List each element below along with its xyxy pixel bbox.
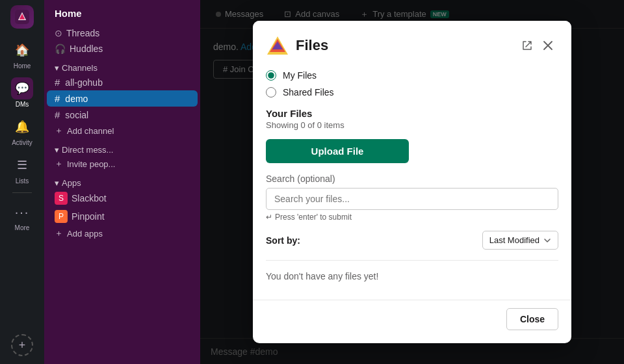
rail-divider	[12, 192, 32, 193]
channels-label: Channels	[62, 63, 98, 73]
modal-overlay: Files My Files	[200, 0, 624, 364]
threads-icon: ⊙	[55, 28, 62, 38]
add-apps-button[interactable]: ＋ Add apps	[47, 226, 198, 241]
hash-icon-social: #	[55, 109, 60, 120]
lists-icon: ☰	[11, 154, 33, 176]
close-modal-button[interactable]	[538, 35, 558, 56]
modal-header: Files	[253, 21, 571, 65]
file-type-radio-group: My Files Shared Files	[266, 70, 558, 98]
rail-item-lists[interactable]: ☰ Lists	[0, 151, 44, 187]
dm-label: Direct mess...	[62, 145, 113, 155]
modal-body: My Files Shared Files Your Files Showing…	[253, 65, 571, 300]
channel-name-all-gohub: all-gohub	[65, 77, 103, 88]
sidebar-item-slackbot[interactable]: S Slackbot	[47, 189, 198, 207]
sidebar-threads-section: ⊙ Threads 🎧 Huddles	[44, 24, 200, 58]
huddles-icon: 🎧	[55, 44, 66, 54]
plus-icon-invite: ＋	[55, 158, 63, 170]
apps-section-header[interactable]: ▾ Apps	[47, 174, 198, 189]
hash-icon-demo: #	[55, 93, 60, 104]
rail-activity-label: Activity	[12, 139, 32, 146]
rail-more-label: More	[15, 224, 30, 231]
search-hint: ↵ Press 'enter' to submit	[266, 213, 558, 222]
empty-state: You don't have any files yet!	[266, 260, 558, 287]
search-bold-label: Search	[266, 174, 297, 184]
plus-icon: ＋	[55, 125, 63, 136]
sidebar-channels-section: ▾ Channels # all-gohub # demo # social ＋…	[44, 58, 200, 140]
rail-item-activity[interactable]: 🔔 Activity	[0, 113, 44, 149]
search-optional: (optional)	[297, 174, 335, 184]
channels-section-header[interactable]: ▾ Channels	[47, 59, 198, 74]
activity-icon: 🔔	[11, 116, 33, 138]
modal-title: Files	[296, 37, 517, 54]
sort-by-label: Sort by:	[266, 235, 300, 246]
slackbot-icon: S	[55, 192, 68, 205]
rail-dms-label: DMs	[16, 101, 29, 108]
sidebar-item-threads[interactable]: ⊙ Threads	[47, 25, 198, 41]
add-channel-button[interactable]: ＋ Add channel	[47, 123, 198, 138]
main-area: Messages ⊡ Add canvas ＋ Try a template N…	[200, 0, 624, 364]
sort-select[interactable]: Last Modified	[482, 231, 558, 250]
empty-state-text: You don't have any files yet!	[266, 271, 378, 281]
my-files-label: My Files	[283, 70, 317, 81]
pinpoint-icon: P	[55, 210, 68, 223]
rail-lists-label: Lists	[16, 177, 29, 185]
sidebar-item-pinpoint[interactable]: P Pinpoint	[47, 207, 198, 226]
channel-name-demo: demo	[65, 94, 88, 104]
slackbot-label: Slackbot	[72, 193, 107, 203]
app-logo	[10, 5, 34, 29]
sort-row: Sort by: Last Modified	[266, 231, 558, 250]
chevron-down-icon-dm: ▾	[55, 145, 59, 155]
add-apps-label: Add apps	[67, 229, 103, 239]
channel-name-social: social	[65, 110, 88, 120]
search-hint-text: Press 'enter' to submit	[275, 213, 352, 222]
my-files-radio[interactable]	[266, 70, 276, 81]
threads-label: Threads	[66, 28, 99, 38]
search-label: Search (optional)	[266, 174, 558, 184]
my-files-radio-label[interactable]: My Files	[266, 70, 558, 81]
sidebar-header: Home	[44, 0, 200, 24]
modal-logo	[266, 34, 289, 57]
add-workspace-button[interactable]: +	[11, 334, 33, 356]
sort-value: Last Modified	[489, 235, 540, 245]
close-button[interactable]: Close	[506, 308, 558, 330]
sidebar: Home ⊙ Threads 🎧 Huddles ▾ Channels # al…	[44, 0, 200, 364]
home-icon: 🏠	[11, 39, 33, 61]
upload-file-button[interactable]: Upload File	[266, 139, 409, 163]
invite-label: Invite peop...	[67, 159, 115, 169]
your-files-title: Your Files	[266, 108, 558, 119]
chevron-down-icon-apps: ▾	[55, 178, 59, 188]
search-input-wrap	[266, 188, 558, 210]
rail-item-dms[interactable]: 💬 DMs	[0, 75, 44, 110]
external-link-button[interactable]	[517, 35, 538, 56]
modal-footer: Close	[253, 300, 571, 343]
rail-item-more[interactable]: ··· More	[0, 198, 44, 234]
search-input[interactable]	[266, 188, 558, 210]
sidebar-apps-section: ▾ Apps S Slackbot P Pinpoint ＋ Add apps	[44, 173, 200, 242]
shared-files-radio[interactable]	[266, 87, 276, 98]
rail-item-home[interactable]: 🏠 Home	[0, 36, 44, 72]
chevron-down-icon: ▾	[55, 63, 59, 73]
sidebar-item-demo[interactable]: # demo	[47, 90, 198, 107]
dm-section-header[interactable]: ▾ Direct mess...	[47, 141, 198, 156]
hash-icon: #	[55, 77, 60, 88]
shared-files-radio-label[interactable]: Shared Files	[266, 87, 558, 98]
more-icon: ···	[11, 201, 33, 223]
apps-label: Apps	[62, 178, 81, 188]
sidebar-item-all-gohub[interactable]: # all-gohub	[47, 74, 198, 90]
files-modal: Files My Files	[253, 21, 571, 343]
huddles-label: Huddles	[70, 44, 103, 54]
enter-icon: ↵	[266, 213, 272, 222]
showing-text: Showing 0 of 0 items	[266, 120, 558, 130]
sidebar-dm-section: ▾ Direct mess... ＋ Invite peop...	[44, 140, 200, 173]
dms-icon: 💬	[11, 77, 33, 99]
sidebar-item-huddles[interactable]: 🎧 Huddles	[47, 41, 198, 57]
rail-home-label: Home	[14, 62, 31, 70]
shared-files-label: Shared Files	[283, 87, 334, 98]
invite-people-button[interactable]: ＋ Invite peop...	[47, 156, 198, 172]
chevron-down-icon-sort	[543, 237, 551, 244]
pinpoint-label: Pinpoint	[72, 211, 105, 222]
plus-icon-apps: ＋	[55, 228, 63, 239]
sidebar-item-social[interactable]: # social	[47, 107, 198, 123]
icon-rail: 🏠 Home 💬 DMs 🔔 Activity ☰ Lists ··· More…	[0, 0, 44, 364]
add-channel-label: Add channel	[67, 126, 114, 136]
